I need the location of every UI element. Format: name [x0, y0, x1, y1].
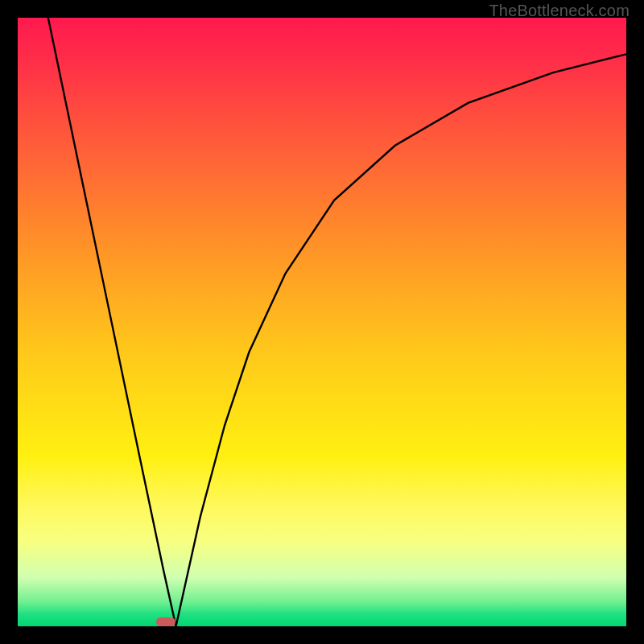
chart-frame: TheBottleneck.com: [0, 0, 644, 644]
watermark-text: TheBottleneck.com: [489, 2, 630, 20]
curve-path: [48, 18, 626, 626]
bottleneck-curve: [18, 18, 626, 626]
plot-area: [18, 18, 626, 626]
minimum-marker: [156, 617, 175, 626]
